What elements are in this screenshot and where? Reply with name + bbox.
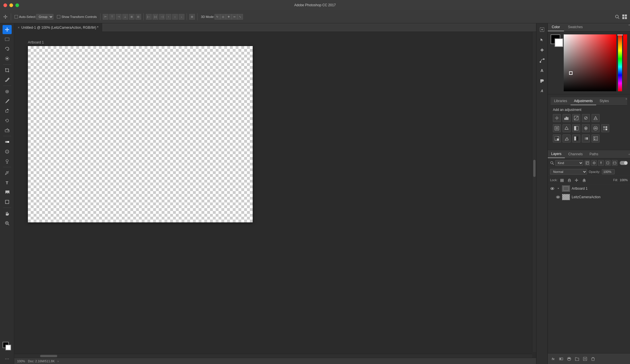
lock-transparent-icon[interactable] <box>559 177 565 183</box>
vibrance-adj[interactable] <box>592 114 600 122</box>
hand-tool[interactable] <box>3 209 12 218</box>
align-bottom-icon[interactable]: ⊟ <box>135 14 141 20</box>
artboard-visibility-icon[interactable] <box>550 186 555 191</box>
dist-left-icon[interactable]: |← <box>146 14 152 20</box>
align-left-icon[interactable]: ⊢ <box>103 14 108 20</box>
dist-right-icon[interactable]: →| <box>159 14 165 20</box>
dist-bottom-icon[interactable]: ↓ <box>179 14 184 20</box>
posterize-adj[interactable] <box>563 135 571 142</box>
tab-adjustments[interactable]: Adjustments <box>571 97 596 105</box>
horizontal-scrollbar[interactable] <box>14 354 532 358</box>
black-white-adj[interactable] <box>572 124 580 132</box>
hue-sat-adj[interactable] <box>553 124 561 132</box>
3d-scale-icon[interactable]: ⤡ <box>237 14 243 20</box>
layer-item-leitz[interactable]: LeitzCameraAction <box>548 193 630 201</box>
brightness-adj[interactable] <box>553 114 561 122</box>
3d-rotate-icon[interactable]: ↻ <box>215 14 220 20</box>
gradient-tool[interactable] <box>3 137 12 146</box>
photo-filter-adj[interactable] <box>582 124 590 132</box>
adj-panel-collapse[interactable]: « <box>625 97 627 105</box>
layers-kind-filter[interactable]: Kind <box>555 160 583 166</box>
auto-select-dropdown[interactable]: Group Layer <box>36 14 53 20</box>
invert-adj[interactable] <box>553 135 561 142</box>
background-swatch[interactable] <box>5 345 11 350</box>
3d-slide-icon[interactable]: ⇔ <box>232 14 237 20</box>
channel-mixer-adj[interactable] <box>592 124 600 132</box>
dist-middle-v-icon[interactable]: ↕ <box>172 14 178 20</box>
artboard-tool-right[interactable] <box>538 25 547 34</box>
shape-tool[interactable] <box>3 197 12 206</box>
dist-center-h-icon[interactable]: |↕| <box>153 14 158 20</box>
add-group-button[interactable] <box>574 356 580 362</box>
paragraph-right-tool[interactable] <box>538 76 547 85</box>
3d-pan-icon[interactable]: ✥ <box>226 14 232 20</box>
color-lookup-adj[interactable] <box>601 124 609 132</box>
exposure-adj[interactable] <box>582 114 590 122</box>
transform-controls-checkbox[interactable] <box>57 15 60 18</box>
tab-paths[interactable]: Paths <box>586 150 602 158</box>
layers-panel-collapse[interactable]: « <box>628 153 630 156</box>
color-panel-collapse[interactable]: « <box>628 23 630 31</box>
tab-close-icon[interactable]: × <box>18 26 20 30</box>
transform-right-tool[interactable] <box>538 46 547 55</box>
pen-tool[interactable] <box>3 168 12 177</box>
tab-color[interactable]: Color <box>548 23 564 31</box>
document-tab[interactable]: × Untitled-1 @ 100% (LeitzCameraAction, … <box>14 23 102 32</box>
heal-tool[interactable] <box>3 87 12 96</box>
canvas-container[interactable]: Artboard 1 <box>14 32 536 358</box>
align-center-h-icon[interactable]: ⊤ <box>109 14 115 20</box>
threshold-adj[interactable] <box>572 135 580 142</box>
eraser-tool[interactable] <box>3 126 12 135</box>
filter-adj-icon[interactable] <box>591 160 597 166</box>
add-mask-button[interactable] <box>558 356 564 362</box>
blend-mode-select[interactable]: Normal Multiply Screen Overlay <box>550 169 587 175</box>
brush-tool[interactable] <box>3 97 12 106</box>
maximize-button[interactable] <box>15 3 19 7</box>
path-right-tool[interactable] <box>538 56 547 65</box>
add-adj-button[interactable] <box>566 356 572 362</box>
alpha-slider[interactable] <box>623 34 627 91</box>
minimize-button[interactable] <box>9 3 13 7</box>
tab-styles[interactable]: Styles <box>596 97 612 105</box>
vertical-scroll-thumb[interactable] <box>533 160 536 177</box>
align-right-icon[interactable]: ⊣ <box>116 14 122 20</box>
delete-layer-button[interactable] <box>590 356 596 362</box>
dodge-tool[interactable] <box>3 157 12 166</box>
tab-channels[interactable]: Channels <box>565 150 586 158</box>
marquee-tool[interactable] <box>3 35 12 44</box>
vertical-scrollbar[interactable] <box>532 32 536 352</box>
eyedropper-tool[interactable] <box>3 75 12 84</box>
curves-adj[interactable] <box>572 114 580 122</box>
filter-type-icon[interactable]: T <box>598 160 604 166</box>
lock-pixels-icon[interactable] <box>567 177 572 183</box>
filter-pixel-icon[interactable] <box>584 160 590 166</box>
filter-smart-icon[interactable] <box>612 160 617 166</box>
history-tool[interactable] <box>3 116 12 125</box>
more-tools[interactable]: … <box>3 353 12 362</box>
crop-tool[interactable] <box>3 66 12 75</box>
new-layer-button[interactable] <box>582 356 588 362</box>
search-icon[interactable] <box>614 14 620 20</box>
artboard-group[interactable]: Artboard 1 <box>548 184 630 193</box>
move-tool[interactable] <box>3 25 12 34</box>
lasso-tool[interactable] <box>3 44 12 53</box>
tab-libraries[interactable]: Libraries <box>551 97 571 105</box>
background-color-swatch[interactable] <box>555 38 563 47</box>
type-right-tool[interactable]: A <box>538 66 547 75</box>
layers-filter-toggle[interactable] <box>620 161 628 165</box>
color-balance-adj[interactable] <box>563 124 571 132</box>
horizontal-scroll-thumb[interactable] <box>40 355 57 357</box>
align-to-icon[interactable]: ⊞ <box>189 14 195 20</box>
layer-visibility-icon[interactable] <box>556 195 560 199</box>
gradient-map-adj[interactable] <box>582 135 590 142</box>
layer-fx-button[interactable]: fx <box>550 356 556 362</box>
tab-swatches[interactable]: Swatches <box>564 23 587 31</box>
tab-layers[interactable]: Layers <box>548 150 565 158</box>
color-gradient-picker[interactable] <box>564 34 616 91</box>
lock-all-icon[interactable] <box>581 177 587 183</box>
3d-orbit-icon[interactable]: ◎ <box>220 14 226 20</box>
zoom-tool[interactable] <box>3 219 12 228</box>
fg-bg-color-swatches[interactable] <box>551 34 561 48</box>
opacity-input[interactable]: 100% <box>602 169 615 174</box>
dist-top-icon[interactable]: ↑ <box>166 14 171 20</box>
